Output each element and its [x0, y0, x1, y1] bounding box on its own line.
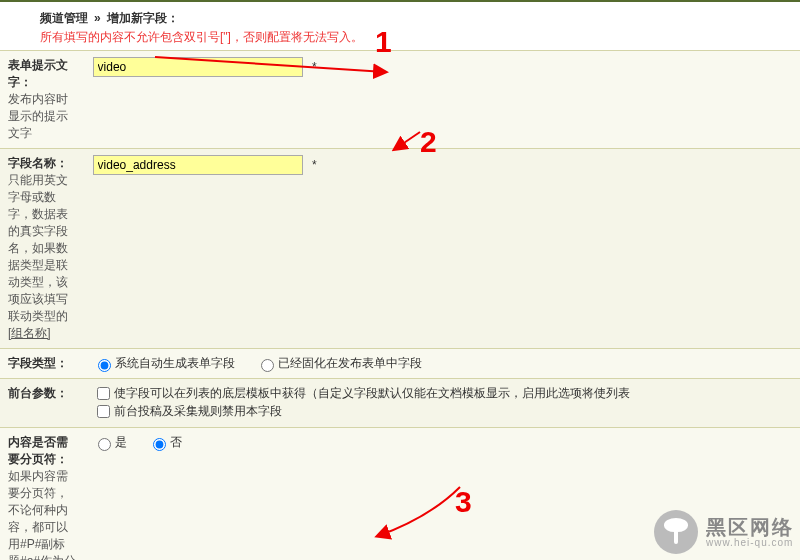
- chk-list-template[interactable]: 使字段可以在列表的底层模板中获得（自定义字段默认仅能在文档模板显示，启用此选项将…: [93, 385, 774, 403]
- watermark-en: www.hei-qu.com: [706, 537, 794, 548]
- chk-disable-front[interactable]: 前台投稿及采集规则禁用本字段: [93, 403, 774, 421]
- input-form-prompt[interactable]: [93, 57, 303, 77]
- hint-form-prompt: 发布内容时显示的提示文字: [8, 91, 77, 142]
- radio-auto-form[interactable]: 系统自动生成表单字段: [93, 355, 235, 372]
- hint-pagebreak: 如果内容需要分页符，不论何种内容，都可以用#P#副标题#e#作为分页符号实现内容…: [8, 468, 77, 560]
- breadcrumb-a: 频道管理: [40, 11, 88, 25]
- radio-no[interactable]: 否: [148, 434, 182, 451]
- hint-field-name: 只能用英文字母或数字，数据表的真实字段名，如果数据类型是联动类型，该项应该填写联…: [8, 172, 77, 342]
- warning-text: 所有填写的内容不允许包含双引号["]，否则配置将无法写入。: [0, 29, 800, 50]
- radio-fixed-form[interactable]: 已经固化在发布表单中字段: [256, 355, 422, 372]
- label-field-name: 字段名称：: [8, 155, 77, 172]
- label-front-param: 前台参数：: [8, 385, 77, 402]
- label-form-prompt: 表单提示文字：: [8, 57, 77, 91]
- watermark: 黑区网络 www.hei-qu.com: [654, 510, 794, 554]
- label-field-type: 字段类型：: [8, 355, 77, 372]
- breadcrumb-sep: »: [94, 11, 101, 25]
- input-field-name[interactable]: [93, 155, 303, 175]
- link-group-name[interactable]: [组名称]: [8, 326, 51, 340]
- watermark-cn: 黑区网络: [706, 517, 794, 537]
- radio-yes[interactable]: 是: [93, 434, 127, 451]
- required-star: *: [312, 158, 317, 172]
- required-star: *: [312, 60, 317, 74]
- label-pagebreak: 内容是否需要分页符：: [8, 434, 77, 468]
- mushroom-icon: [654, 510, 698, 554]
- breadcrumb-b: 增加新字段：: [107, 11, 179, 25]
